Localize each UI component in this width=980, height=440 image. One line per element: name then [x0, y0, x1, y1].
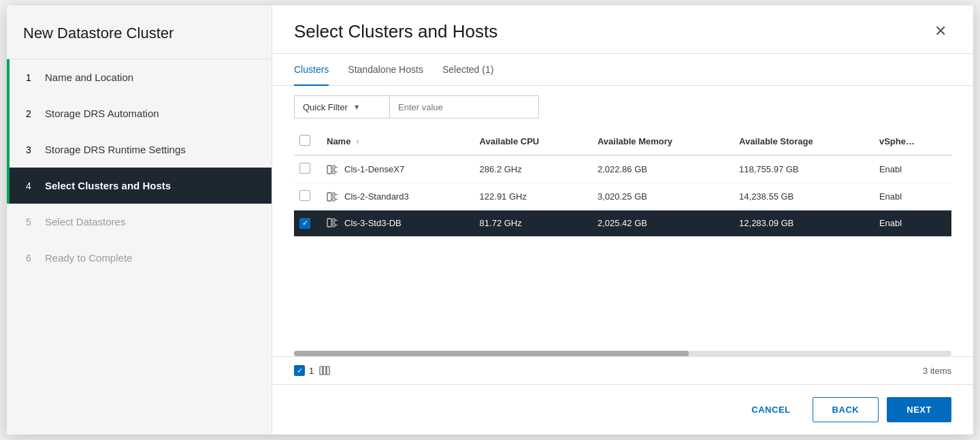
svg-rect-15	[320, 366, 323, 375]
svg-rect-6	[333, 193, 335, 196]
footer-checkbox[interactable]	[294, 365, 305, 376]
table-row[interactable]: Cls-1-DenseX7 286.2 GHz 2,022.86 GB 118,…	[294, 155, 951, 183]
items-count: 3 items	[923, 366, 951, 376]
col-name: Name ↑	[318, 128, 472, 155]
svg-rect-10	[327, 219, 331, 227]
row-vsphere: Enabl	[871, 210, 951, 236]
dialog: New Datastore Cluster 1 Name and Locatio…	[7, 5, 973, 435]
svg-rect-7	[333, 198, 335, 201]
header-checkbox[interactable]	[299, 135, 310, 146]
svg-rect-2	[333, 170, 335, 174]
cluster-icon	[327, 191, 339, 202]
row-memory: 2,022.86 GB	[589, 155, 731, 183]
header-checkbox-col	[294, 128, 318, 155]
row-name: Cls-3-Std3-DB	[318, 210, 472, 236]
row-memory: 2,025.42 GB	[589, 210, 731, 236]
cluster-icon	[327, 217, 339, 228]
row-memory: 3,020.25 GB	[589, 183, 731, 210]
step-number: 4	[26, 180, 37, 191]
main-header: Select Clusters and Hosts ✕	[272, 5, 973, 54]
close-button[interactable]: ✕	[930, 20, 951, 42]
column-chooser-icon[interactable]	[318, 364, 331, 377]
svg-rect-5	[327, 193, 331, 201]
cancel-button[interactable]: CANCEL	[738, 398, 804, 422]
clusters-table: Name ↑ Available CPU Available Memory Av…	[294, 128, 951, 236]
row-storage: 118,755.97 GB	[731, 155, 871, 183]
sidebar-step-ready-to-complete: 6 Ready to Complete	[7, 240, 272, 276]
cluster-icon	[327, 164, 339, 175]
next-button[interactable]: NEXT	[887, 397, 951, 422]
scrollbar-thumb	[294, 351, 689, 356]
cluster-name: Cls-1-DenseX7	[344, 164, 404, 174]
selected-count-area: 1	[294, 364, 331, 377]
filter-input[interactable]	[389, 95, 539, 119]
svg-rect-0	[327, 166, 331, 174]
selected-count: 1	[309, 366, 314, 376]
table-row[interactable]: Cls-2-Standard3 122.91 GHz 3,020.25 GB 1…	[294, 183, 951, 210]
svg-rect-17	[327, 366, 329, 375]
sidebar-title: New Datastore Cluster	[7, 5, 272, 59]
row-storage: 14,238.55 GB	[731, 183, 871, 210]
table-body: Cls-1-DenseX7 286.2 GHz 2,022.86 GB 118,…	[294, 155, 951, 236]
tab-clusters[interactable]: Clusters	[294, 54, 329, 86]
sidebar: New Datastore Cluster 1 Name and Locatio…	[7, 5, 272, 435]
tab-standalone-hosts[interactable]: Standalone Hosts	[348, 54, 423, 86]
data-table-wrapper: Name ↑ Available CPU Available Memory Av…	[272, 128, 973, 345]
tabs-bar: ClustersStandalone HostsSelected (1)	[272, 54, 973, 86]
back-button[interactable]: BACK	[813, 397, 879, 422]
row-cpu: 286.2 GHz	[472, 155, 589, 183]
step-label: Name and Location	[45, 72, 133, 83]
sidebar-step-storage-drs-runtime-settings[interactable]: 3 Storage DRS Runtime Settings	[7, 131, 272, 168]
sort-icon: ↑	[356, 138, 360, 146]
step-number: 1	[26, 72, 37, 83]
step-number: 6	[26, 253, 37, 264]
quick-filter-label: Quick Filter	[303, 102, 348, 112]
row-checkbox-cell[interactable]	[294, 183, 318, 210]
sidebar-step-select-clusters-and-hosts[interactable]: 4 Select Clusters and Hosts	[7, 168, 272, 204]
row-checkbox[interactable]	[299, 190, 310, 201]
scrollbar-track	[294, 351, 951, 356]
col-cpu: Available CPU	[472, 128, 589, 155]
col-vsphere: vSphe…	[871, 128, 951, 155]
svg-rect-12	[333, 223, 335, 227]
cluster-name: Cls-2-Standard3	[344, 191, 409, 202]
row-cpu: 81.72 GHz	[472, 210, 589, 236]
sidebar-step-storage-drs-automation[interactable]: 2 Storage DRS Automation	[7, 95, 272, 131]
horizontal-scrollbar[interactable]	[272, 345, 973, 356]
quick-filter-dropdown[interactable]: Quick Filter ▼	[294, 95, 389, 119]
row-name: Cls-2-Standard3	[318, 183, 472, 210]
sidebar-step-name-and-location[interactable]: 1 Name and Location	[7, 59, 272, 95]
row-storage: 12,283.09 GB	[731, 210, 871, 236]
sidebar-steps: 1 Name and Location 2 Storage DRS Automa…	[7, 59, 272, 435]
tab-selected--1-[interactable]: Selected (1)	[442, 54, 493, 86]
row-cpu: 122.91 GHz	[472, 183, 589, 210]
sidebar-step-select-datastores: 5 Select Datastores	[7, 204, 272, 240]
step-number: 2	[26, 108, 37, 119]
row-name: Cls-1-DenseX7	[318, 155, 472, 183]
filter-row: Quick Filter ▼	[272, 86, 973, 128]
table-header-row: Name ↑ Available CPU Available Memory Av…	[294, 128, 951, 155]
table-row[interactable]: Cls-3-Std3-DB 81.72 GHz 2,025.42 GB 12,2…	[294, 210, 951, 236]
row-checkbox[interactable]	[299, 163, 310, 174]
step-label: Select Clusters and Hosts	[45, 180, 171, 191]
action-buttons: CANCEL BACK NEXT	[272, 384, 973, 435]
row-vsphere: Enabl	[871, 183, 951, 210]
step-number: 3	[26, 144, 37, 155]
col-memory: Available Memory	[589, 128, 731, 155]
svg-rect-1	[333, 166, 335, 169]
row-vsphere: Enabl	[871, 155, 951, 183]
row-checkbox-cell[interactable]	[294, 155, 318, 183]
step-label: Ready to Complete	[45, 252, 132, 264]
step-label: Storage DRS Runtime Settings	[45, 144, 186, 155]
step-label: Select Datastores	[45, 216, 125, 227]
chevron-down-icon: ▼	[353, 103, 361, 111]
cluster-name: Cls-3-Std3-DB	[344, 218, 402, 228]
step-number: 5	[26, 217, 37, 227]
row-checkbox-cell[interactable]	[294, 210, 318, 236]
step-label: Storage DRS Automation	[45, 108, 159, 119]
col-storage: Available Storage	[731, 128, 871, 155]
row-checkbox[interactable]	[299, 218, 310, 229]
footer-status: 1 3 items	[272, 356, 973, 384]
svg-rect-16	[323, 366, 326, 375]
main-content: Select Clusters and Hosts ✕ ClustersStan…	[272, 5, 973, 435]
